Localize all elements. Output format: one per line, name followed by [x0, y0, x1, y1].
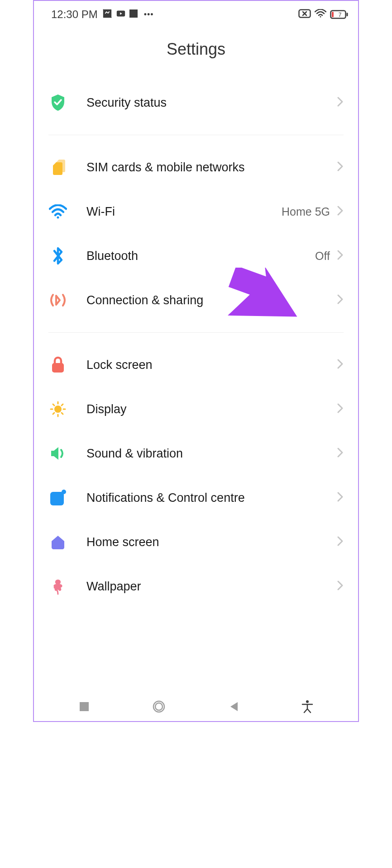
settings-item-wallpaper[interactable]: Wallpaper — [48, 564, 344, 609]
notification-tile-icon — [48, 488, 67, 507]
bluetooth-icon — [48, 246, 67, 265]
settings-label: Wallpaper — [86, 580, 337, 594]
status-bar: 12:30 PM ••• — [34, 1, 358, 23]
svg-point-25 — [306, 700, 309, 703]
settings-label: Connection & sharing — [86, 293, 337, 307]
battery-icon: 7 — [330, 10, 348, 19]
status-bar-left: 12:30 PM ••• — [51, 8, 154, 21]
svg-point-21 — [62, 490, 66, 494]
home-icon — [48, 533, 67, 552]
section-separator — [48, 135, 344, 135]
settings-label: Bluetooth — [86, 249, 315, 263]
settings-item-wifi[interactable]: Wi-Fi Home 5G — [48, 189, 344, 234]
svg-rect-20 — [50, 492, 64, 505]
svg-rect-6 — [347, 13, 348, 16]
svg-line-17 — [62, 413, 63, 414]
settings-label: Wi-Fi — [86, 205, 282, 219]
nav-home-button[interactable] — [152, 700, 166, 715]
chevron-right-icon — [337, 580, 344, 592]
settings-value: Home 5G — [282, 205, 330, 218]
chevron-right-icon — [337, 448, 344, 459]
speaker-icon — [48, 444, 67, 463]
status-bar-right: 7 — [298, 9, 348, 20]
youtube-icon — [116, 9, 126, 20]
chevron-right-icon — [337, 359, 344, 371]
settings-value: Off — [315, 250, 330, 263]
svg-point-4 — [320, 16, 321, 18]
chevron-right-icon — [337, 403, 344, 415]
svg-rect-0 — [103, 9, 111, 18]
wifi-icon — [315, 9, 326, 20]
chevron-right-icon — [337, 536, 344, 548]
nav-back-button[interactable] — [229, 701, 239, 714]
sim-card-icon — [48, 158, 67, 177]
settings-item-sound-vibration[interactable]: Sound & vibration — [48, 431, 344, 476]
svg-rect-7 — [332, 12, 334, 17]
settings-item-notifications[interactable]: Notifications & Control centre — [48, 476, 344, 520]
settings-item-bluetooth[interactable]: Bluetooth Off — [48, 234, 344, 278]
chevron-right-icon — [337, 206, 344, 217]
connection-share-icon — [48, 291, 67, 310]
svg-point-9 — [57, 217, 59, 219]
chevron-right-icon — [337, 250, 344, 262]
chevron-right-icon — [337, 97, 344, 108]
settings-label: Sound & vibration — [86, 447, 337, 461]
settings-label: Home screen — [86, 535, 337, 549]
no-sim-icon — [298, 9, 311, 20]
settings-label: Notifications & Control centre — [86, 491, 337, 505]
svg-rect-2 — [129, 9, 138, 18]
sun-icon — [48, 400, 67, 419]
svg-line-18 — [53, 413, 54, 414]
page-title: Settings — [34, 40, 358, 59]
lock-icon — [48, 355, 67, 374]
sync-icon — [102, 9, 112, 20]
settings-label: Security status — [86, 96, 337, 110]
chevron-right-icon — [337, 492, 344, 504]
settings-label: Lock screen — [86, 358, 337, 372]
navigation-bar — [34, 694, 358, 721]
square-icon — [129, 9, 138, 19]
settings-list: Security status SIM cards & mobile netwo… — [34, 80, 358, 609]
section-separator — [48, 332, 344, 333]
status-time: 12:30 PM — [51, 8, 98, 21]
chevron-right-icon — [337, 294, 344, 306]
svg-point-11 — [54, 406, 62, 413]
more-dots-icon: ••• — [144, 10, 154, 19]
settings-item-security[interactable]: Security status — [48, 80, 344, 125]
settings-item-display[interactable]: Display — [48, 387, 344, 431]
settings-label: Display — [86, 402, 337, 416]
svg-point-24 — [155, 703, 163, 710]
flower-icon — [48, 577, 67, 596]
svg-text:7: 7 — [339, 12, 342, 18]
settings-item-connection-sharing[interactable]: Connection & sharing — [48, 278, 344, 322]
settings-item-home-screen[interactable]: Home screen — [48, 520, 344, 564]
settings-label: SIM cards & mobile networks — [86, 160, 337, 175]
nav-accessibility-button[interactable] — [301, 700, 313, 715]
settings-item-lock-screen[interactable]: Lock screen — [48, 343, 344, 387]
wifi-settings-icon — [48, 202, 67, 221]
svg-line-19 — [62, 404, 63, 406]
chevron-right-icon — [337, 161, 344, 173]
svg-rect-22 — [80, 702, 89, 711]
nav-recent-button[interactable] — [79, 702, 89, 713]
shield-check-icon — [48, 93, 67, 112]
svg-line-16 — [53, 404, 54, 406]
settings-item-sim[interactable]: SIM cards & mobile networks — [48, 145, 344, 189]
svg-rect-10 — [52, 363, 64, 373]
